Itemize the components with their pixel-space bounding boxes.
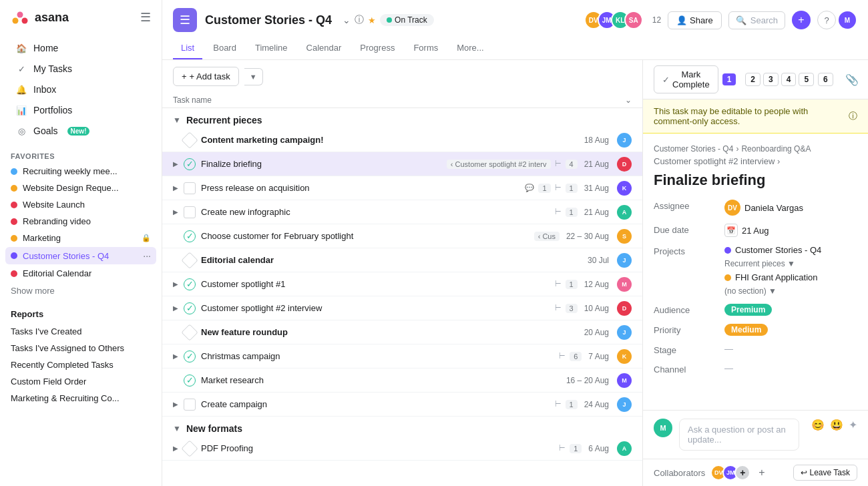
task-checkbox[interactable] (184, 182, 196, 194)
task-row[interactable]: New feature roundup 20 Aug J (162, 320, 642, 344)
favorite-item-marketing[interactable]: Marketing 🔒 (0, 230, 162, 246)
subtask-icon[interactable]: ⊢ (863, 70, 868, 89)
task-row[interactable]: ✓ Choose customer for February spotlight… (162, 224, 642, 248)
sidebar-item-home[interactable]: 🏠 Home (5, 38, 156, 58)
share-button[interactable]: 👤 Share (668, 11, 722, 29)
svg-point-2 (13, 18, 19, 24)
task-checkbox[interactable] (181, 252, 198, 268)
more-options-icon[interactable]: ··· (143, 250, 151, 261)
emoji-icon[interactable]: 😊 (811, 419, 825, 431)
expand-icon[interactable]: ▶ (173, 280, 184, 288)
sidebar-item-mytasks[interactable]: ✓ My Tasks (5, 59, 156, 79)
task-checkbox[interactable]: ✓ (184, 230, 196, 242)
attachment-icon[interactable]: 📎 (843, 70, 861, 89)
task-row[interactable]: ▶ ✓ Customer spotlight #1 ⊢ 1 12 Aug M (162, 272, 642, 296)
project-title: Customer Stories - Q4 (205, 13, 332, 27)
task-row[interactable]: ▶ ✓ Customer spotlight #2 interview ⊢ 3 … (162, 296, 642, 320)
task-checkbox[interactable] (181, 132, 198, 148)
task-avatar: K (617, 349, 632, 364)
asana-logo[interactable]: asana (11, 8, 69, 27)
favorite-item-website-design[interactable]: Website Design Reque... (0, 180, 162, 196)
section-new-formats[interactable]: ▼ New formats (162, 417, 642, 437)
task-row[interactable]: Content marketing campaign! 18 Aug J (162, 128, 642, 152)
task-checkbox[interactable] (181, 324, 198, 340)
tab-more[interactable]: More... (449, 37, 491, 59)
help-button[interactable]: ? (817, 11, 836, 29)
task-checkbox[interactable] (184, 399, 196, 411)
favorite-item-editorial[interactable]: Editorial Calendar (0, 265, 162, 282)
comment-input[interactable]: Ask a question or post an update... (679, 419, 799, 451)
project2-section[interactable]: (no section) ▼ (724, 286, 777, 296)
task-checkbox[interactable]: ✓ (184, 375, 196, 387)
task-checkbox[interactable]: ✓ (184, 158, 196, 170)
project-header-right: DV JM KL SA 12 👤 Share 🔍 Search + ? M (584, 10, 857, 30)
due-date: 21 Aug (742, 226, 769, 236)
add-collaborator-button[interactable]: + (734, 465, 750, 481)
add-task-dropdown[interactable]: ▼ (244, 68, 263, 85)
sidebar-toggle[interactable]: ☰ (140, 10, 151, 25)
task-row[interactable]: ▶ Create campaign ⊢ 1 24 Aug J (162, 393, 642, 417)
reports-item-marketing-recruiting[interactable]: Marketing & Recruiting Co... (0, 390, 162, 407)
show-more-button[interactable]: Show more (0, 282, 162, 300)
reports-item-custom-field[interactable]: Custom Field Order (0, 373, 162, 390)
task-checkbox[interactable]: ✓ (184, 302, 196, 314)
info-icon[interactable]: ⓘ (355, 14, 364, 26)
task-checkbox[interactable]: ✓ (184, 278, 196, 290)
expand-icon[interactable]: ▶ (173, 184, 184, 192)
tab-calendar[interactable]: Calendar (298, 37, 350, 59)
plus-icon: + (182, 71, 187, 81)
favorite-item-recruiting[interactable]: Recruiting weekly mee... (0, 163, 162, 180)
expand-icon[interactable]: ▶ (173, 304, 184, 312)
reports-item-completed[interactable]: Recently Completed Tasks (0, 356, 162, 373)
project1-section[interactable]: Recurrent pieces ▼ (724, 259, 795, 268)
tab-board[interactable]: Board (205, 37, 244, 59)
favorite-item-website-launch[interactable]: Website Launch (0, 196, 162, 213)
task-row[interactable]: ✓ Market research 16 – 20 Aug M (162, 369, 642, 393)
sidebar-item-inbox[interactable]: 🔔 Inbox (5, 79, 156, 99)
task-row[interactable]: ▶ ✓ Finalize briefing ‹ Customer spotlig… (162, 152, 642, 176)
tab-list[interactable]: List (173, 37, 202, 59)
chevron-down-icon[interactable]: ⌄ (343, 15, 351, 25)
section-recurrent-pieces[interactable]: ▼ Recurrent pieces (162, 108, 642, 128)
mark-complete-button[interactable]: ✓ Mark Complete (654, 65, 718, 93)
tab-timeline[interactable]: Timeline (247, 37, 296, 59)
expand-icon[interactable]: ▶ (173, 401, 184, 408)
expand-icon[interactable]: ▶ (173, 160, 184, 168)
user-avatar[interactable]: M (837, 10, 857, 30)
favorite-item-customer-stories[interactable]: Customer Stories - Q4 ··· (5, 247, 156, 264)
star-icon[interactable]: ★ (368, 15, 376, 25)
favorite-item-rebranding[interactable]: Rebranding video (0, 213, 162, 230)
detail-breadcrumb[interactable]: Customer Stories - Q4 › Reonboarding Q&A (654, 144, 857, 154)
add-collaborator-icon[interactable]: + (758, 467, 765, 479)
task-checkbox[interactable]: ✓ (184, 350, 196, 362)
task-checkbox[interactable] (181, 440, 198, 457)
task-row[interactable]: ▶ Press release on acquisition 💬 1 ⊢ 1 3… (162, 176, 642, 200)
task-row[interactable]: ▶ ✓ Christmas campaign ⊢ 6 7 Aug K (162, 344, 642, 369)
task-checkbox[interactable] (184, 206, 196, 218)
reports-item-created[interactable]: Tasks I've Created (0, 323, 162, 340)
task-meta: ‹ Customer spotlight #2 interv ⊢ 4 21 Au… (447, 157, 632, 172)
tab-forms[interactable]: Forms (405, 37, 446, 59)
detail-parent-link[interactable]: Customer spotlight #2 interview › (654, 156, 857, 166)
add-task-button[interactable]: + + Add task (173, 67, 239, 86)
tab-progress[interactable]: Progress (352, 37, 403, 59)
reports-item-assigned[interactable]: Tasks I've Assigned to Others (0, 340, 162, 356)
sort-icon[interactable]: ⌄ (625, 95, 632, 105)
expand-icon[interactable]: ▶ (173, 352, 184, 360)
sidebar-item-goals[interactable]: ◎ Goals New! (5, 121, 156, 141)
search-box[interactable]: 🔍 Search (728, 11, 785, 29)
sidebar-item-portfolios[interactable]: 📊 Portfolios (5, 100, 156, 120)
leave-task-button[interactable]: ↩ Leave Task (793, 465, 858, 481)
add-button[interactable]: + (792, 11, 811, 29)
task-row[interactable]: ▶ Create new infographic ⊢ 1 21 Aug A (162, 200, 642, 224)
task-row[interactable]: ▶ PDF Proofing ⊢ 1 6 Aug A (162, 437, 642, 461)
expand-icon[interactable]: ▶ (173, 208, 184, 216)
task-avatar: S (617, 229, 632, 244)
star-comment-icon[interactable]: ✦ (849, 419, 857, 431)
sidebar-nav: 🏠 Home ✓ My Tasks 🔔 Inbox 📊 Portfolios ◎… (0, 35, 162, 144)
detail-title: Finalize briefing (654, 172, 857, 189)
task-row[interactable]: Editorial calendar 30 Jul J (162, 248, 642, 272)
project-icon[interactable]: ☰ (173, 8, 197, 32)
reports-title[interactable]: Reports (0, 305, 162, 323)
smiley-icon[interactable]: 😃 (830, 419, 843, 431)
